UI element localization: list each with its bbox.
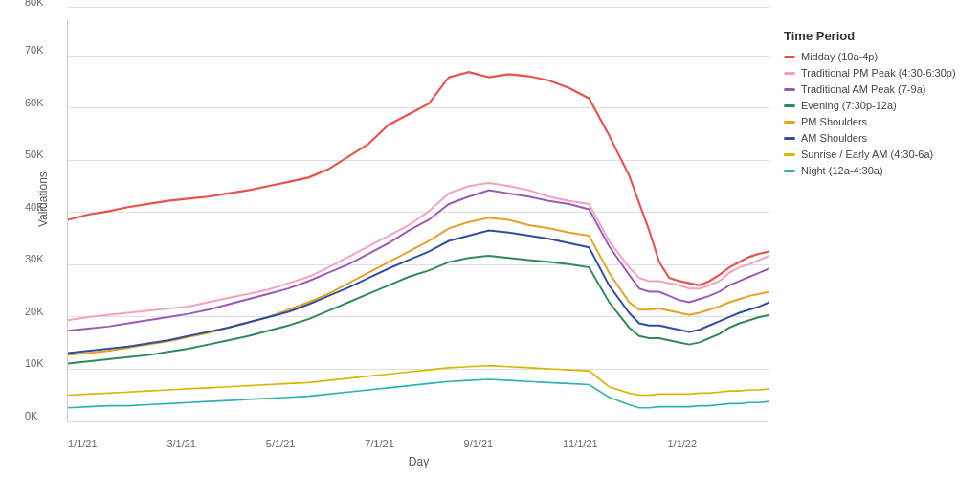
chart-area: Validations 0K 10K 20K 30K 40K 50K 60K 7… [67,19,769,422]
x-axis-label: Day [409,455,429,468]
legend-item-pm-shoulders: PM Shoulders [784,116,961,127]
legend-dot-sunrise [784,153,795,156]
chart-svg [68,19,769,421]
legend-item-night: Night (12a-4:30a) [784,165,961,176]
legend-item-evening: Evening (7:30p-12a) [784,100,961,111]
legend-item-am-shoulders: AM Shoulders [784,132,961,144]
legend-label-midday: Midday (10a-4p) [801,51,878,62]
x-tick-4: 9/1/21 [464,438,494,449]
x-tick-1: 3/1/21 [167,438,196,449]
legend: Time Period Midday (10a-4p) Traditional … [769,19,970,422]
legend-item-sunrise: Sunrise / Early AM (4:30-6a) [784,148,961,160]
legend-dot-am-peak [784,88,795,91]
line-sunrise [68,366,769,396]
y-tick-10k: 10K [25,357,44,369]
legend-item-pm-peak: Traditional PM Peak (4:30-6:30p) [784,67,961,79]
y-tick-70k: 70K [25,44,44,56]
line-midday [68,72,769,285]
legend-title: Time Period [784,29,961,43]
x-tick-0: 1/1/21 [68,438,98,449]
x-tick-3: 7/1/21 [365,438,394,449]
chart-container: Validations 0K 10K 20K 30K 40K 50K 60K 7… [0,0,980,479]
legend-dot-midday [784,56,795,58]
y-tick-30k: 30K [25,253,44,264]
x-tick-5: 11/1/21 [563,438,598,449]
legend-item-am-peak: Traditional AM Peak (7-9a) [784,83,961,95]
line-pm-shoulders [68,217,769,354]
legend-item-midday: Midday (10a-4p) [784,51,961,62]
legend-dot-pm-peak [784,72,795,75]
x-axis: 1/1/21 3/1/21 5/1/21 7/1/21 9/1/21 11/1/… [68,438,769,449]
legend-dot-am-shoulders [784,137,795,140]
legend-label-pm-peak: Traditional PM Peak (4:30-6:30p) [801,67,956,79]
x-tick-2: 5/1/21 [266,438,296,449]
line-pm-peak [68,183,769,320]
y-tick-50k: 50K [25,148,44,160]
y-tick-40k: 40K [25,201,44,213]
legend-label-am-shoulders: AM Shoulders [801,132,867,144]
y-tick-60k: 60K [25,97,44,108]
legend-dot-evening [784,104,795,107]
line-am-shoulders [68,231,769,354]
y-tick-0k: 0K [25,410,37,422]
x-tick-7 [767,438,769,449]
legend-label-evening: Evening (7:30p-12a) [801,100,897,111]
legend-label-night: Night (12a-4:30a) [801,165,883,176]
y-tick-20k: 20K [25,306,44,317]
legend-dot-pm-shoulders [784,121,795,124]
legend-label-pm-shoulders: PM Shoulders [801,116,867,127]
legend-label-sunrise: Sunrise / Early AM (4:30-6a) [801,148,933,160]
x-tick-6: 1/1/22 [667,438,697,449]
legend-label-am-peak: Traditional AM Peak (7-9a) [801,83,925,95]
legend-dot-night [784,170,795,172]
y-tick-80k: 80K [25,0,44,8]
y-axis-label: Validations [36,171,50,227]
